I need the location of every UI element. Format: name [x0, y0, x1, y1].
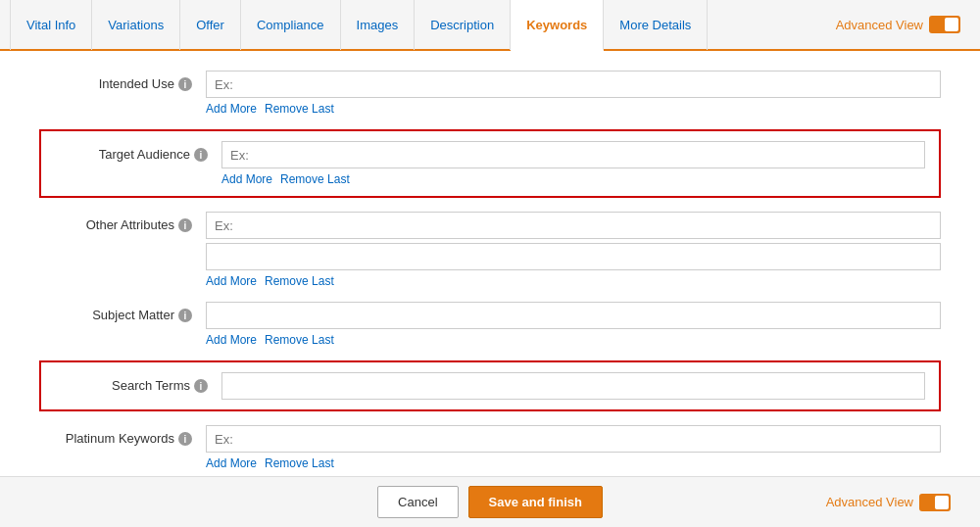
intended-use-remove-last[interactable]: Remove Last	[265, 102, 334, 116]
bottom-buttons: Cancel Save and finish	[377, 486, 603, 518]
target-audience-row: Target Audience i Add More Remove Last	[55, 141, 925, 186]
target-audience-add-more[interactable]: Add More	[221, 172, 272, 186]
subject-matter-links: Add More Remove Last	[206, 333, 941, 347]
subject-matter-add-more[interactable]: Add More	[206, 333, 257, 347]
platinum-keywords-links: Add More Remove Last	[206, 456, 941, 470]
intended-use-inputs: Add More Remove Last	[206, 71, 941, 116]
other-attributes-row: Other Attributes i Add More Remove Last	[39, 212, 941, 288]
advanced-view-label-bottom: Advanced View	[826, 495, 913, 509]
platinum-keywords-info-icon[interactable]: i	[178, 432, 192, 446]
target-audience-inputs: Add More Remove Last	[221, 141, 925, 186]
advanced-view-toggle-bottom[interactable]: Advanced View	[826, 494, 951, 511]
intended-use-row: Intended Use i Add More Remove Last	[39, 71, 941, 116]
other-attributes-links: Add More Remove Last	[206, 274, 941, 288]
tab-keywords[interactable]: Keywords	[511, 0, 604, 51]
subject-matter-input[interactable]	[206, 302, 941, 329]
platinum-keywords-remove-last[interactable]: Remove Last	[265, 456, 334, 470]
other-attributes-input-2[interactable]	[206, 243, 941, 270]
target-audience-info-icon[interactable]: i	[194, 148, 208, 162]
tab-more-details[interactable]: More Details	[604, 0, 708, 50]
tab-bar: Vital Info Variations Offer Compliance I…	[0, 0, 980, 51]
intended-use-info-icon[interactable]: i	[178, 77, 192, 91]
subject-matter-info-icon[interactable]: i	[178, 309, 192, 322]
target-audience-remove-last[interactable]: Remove Last	[280, 172, 350, 186]
toggle-knob-bottom	[935, 496, 949, 509]
search-terms-info-icon[interactable]: i	[194, 379, 208, 393]
platinum-keywords-row: Platinum Keywords i Add More Remove Last	[39, 425, 941, 470]
advanced-view-label-top: Advanced View	[836, 18, 923, 32]
tab-vital-info[interactable]: Vital Info	[10, 0, 92, 50]
content-area: Intended Use i Add More Remove Last Targ…	[0, 51, 980, 503]
other-attributes-input-1[interactable]	[206, 212, 941, 239]
bottom-bar: Cancel Save and finish Advanced View	[0, 476, 980, 527]
toggle-switch-top[interactable]	[929, 16, 960, 33]
intended-use-input[interactable]	[206, 71, 941, 98]
search-terms-row: Search Terms i	[55, 372, 925, 400]
tab-offer[interactable]: Offer	[180, 0, 241, 50]
platinum-keywords-add-more[interactable]: Add More	[206, 456, 257, 470]
toggle-switch-bottom[interactable]	[919, 494, 951, 511]
search-terms-section: Search Terms i	[39, 360, 941, 411]
target-audience-section: Target Audience i Add More Remove Last	[39, 129, 941, 198]
subject-matter-remove-last[interactable]: Remove Last	[265, 333, 334, 347]
subject-matter-row: Subject Matter i Add More Remove Last	[39, 302, 941, 347]
platinum-keywords-inputs: Add More Remove Last	[206, 425, 941, 470]
tab-images[interactable]: Images	[341, 0, 416, 50]
other-attributes-label: Other Attributes i	[39, 212, 206, 232]
platinum-keywords-label: Platinum Keywords i	[39, 425, 206, 446]
cancel-button[interactable]: Cancel	[377, 486, 458, 518]
tab-description[interactable]: Description	[415, 0, 511, 50]
target-audience-links: Add More Remove Last	[221, 172, 925, 186]
toggle-knob-top	[945, 18, 958, 31]
intended-use-add-more[interactable]: Add More	[206, 102, 257, 116]
other-attributes-inputs: Add More Remove Last	[206, 212, 941, 288]
other-attributes-add-more[interactable]: Add More	[206, 274, 257, 288]
tab-compliance[interactable]: Compliance	[241, 0, 341, 50]
tab-variations[interactable]: Variations	[92, 0, 180, 50]
platinum-keywords-input[interactable]	[206, 425, 941, 453]
search-terms-label: Search Terms i	[55, 372, 221, 393]
intended-use-label: Intended Use i	[39, 71, 206, 91]
save-finish-button[interactable]: Save and finish	[468, 486, 603, 518]
advanced-view-toggle-top[interactable]: Advanced View	[836, 16, 970, 33]
target-audience-input[interactable]	[221, 141, 925, 168]
subject-matter-label: Subject Matter i	[39, 302, 206, 322]
search-terms-inputs	[221, 372, 925, 400]
intended-use-links: Add More Remove Last	[206, 102, 941, 116]
target-audience-label: Target Audience i	[55, 141, 221, 162]
subject-matter-inputs: Add More Remove Last	[206, 302, 941, 347]
other-attributes-remove-last[interactable]: Remove Last	[265, 274, 334, 288]
search-terms-input[interactable]	[221, 372, 925, 400]
other-attributes-info-icon[interactable]: i	[178, 218, 192, 232]
